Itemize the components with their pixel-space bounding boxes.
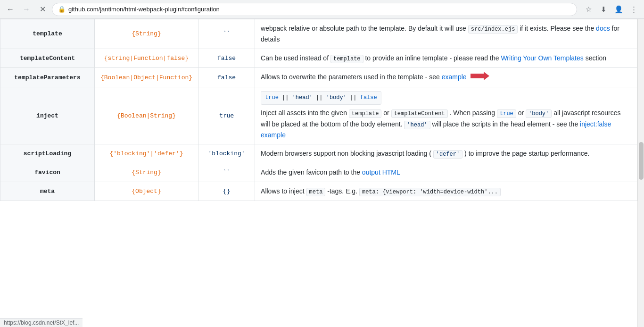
param-default: true	[219, 112, 234, 119]
svg-marker-0	[471, 72, 489, 80]
table-row: scriptLoading {'blocking'|'defer'} 'bloc…	[0, 144, 637, 163]
param-type: {Boolean|String}	[117, 112, 176, 119]
cell-default: ``	[198, 163, 255, 182]
code-op2: ||	[316, 94, 326, 101]
cell-name: scriptLoading	[0, 144, 95, 163]
param-name: favicon	[34, 169, 60, 176]
cell-default: 'blocking'	[198, 144, 255, 163]
writing-templates-link[interactable]: Writing Your Own Templates	[501, 54, 583, 62]
star-button[interactable]: ☆	[582, 3, 595, 16]
param-default: {}	[223, 188, 231, 195]
param-name: template	[33, 30, 62, 37]
cell-description: Modern browsers support non blocking jav…	[255, 144, 637, 163]
param-default: 'blocking'	[208, 150, 245, 157]
param-name: templateParameters	[14, 74, 80, 81]
reload-button[interactable]: ✕	[36, 3, 49, 16]
inline-code-head: 'head'	[404, 121, 430, 129]
cell-type: {'blocking'|'defer'}	[95, 144, 198, 163]
cell-description: webpack relative or absolute path to the…	[255, 19, 637, 49]
table-row: template {String} `` webpack relative or…	[0, 19, 637, 49]
cell-name: templateContent	[0, 49, 95, 67]
inline-code-defer: 'defer'	[433, 150, 462, 159]
cell-default: true	[198, 87, 255, 144]
cell-type: {String}	[95, 19, 198, 49]
cell-type: {String}	[95, 163, 198, 182]
param-name: templateContent	[20, 55, 75, 62]
table-row: templateContent {string|Function|false} …	[0, 49, 637, 67]
code-body: 'body'	[326, 94, 347, 101]
url-bar[interactable]: 🔒 github.com/jantimon/html-webpack-plugi…	[52, 3, 577, 16]
inline-code-templatecontent: templateContent	[391, 109, 448, 118]
cell-description: Can be used instead of template to provi…	[255, 49, 637, 67]
cell-name: template	[0, 19, 95, 49]
inject-false-link[interactable]: inject:false example	[261, 120, 611, 139]
param-name: scriptLoading	[24, 150, 71, 157]
status-bar: https://blog.csdn.net/StX_lef...	[0, 318, 83, 327]
cell-description: Allows to inject meta -tags. E.g. meta: …	[255, 182, 637, 201]
param-type: {string|Function|false}	[104, 55, 189, 62]
inline-code-meta-example: meta: {viewport: 'width=device-width'...	[359, 188, 501, 196]
cell-default: false	[198, 49, 255, 67]
cell-default: {}	[198, 182, 255, 201]
cell-type: {Boolean|Object|Function}	[95, 67, 198, 87]
inline-code-body: 'body'	[526, 109, 552, 118]
cell-name: favicon	[0, 163, 95, 182]
menu-button[interactable]: ⋮	[627, 3, 640, 16]
browser-actions: ☆ ⬇ 👤 ⋮	[582, 3, 640, 16]
example-link[interactable]: example	[442, 73, 467, 81]
param-type: {'blocking'|'defer'}	[110, 150, 183, 157]
cell-description: Allows to overwrite the parameters used …	[255, 67, 637, 87]
scrollbar-thumb[interactable]	[639, 142, 644, 180]
param-name: inject	[36, 112, 58, 119]
code-op: ||	[282, 94, 292, 101]
profile-button[interactable]: 👤	[612, 3, 625, 16]
scrollbar-track[interactable]	[637, 19, 644, 327]
cell-name: templateParameters	[0, 67, 95, 87]
cell-description: true || 'head' || 'body' || false Inject…	[255, 87, 637, 144]
docs-link[interactable]: docs	[596, 25, 610, 32]
cell-type: {Boolean|String}	[95, 87, 198, 144]
arrow-annotation	[471, 72, 489, 83]
param-type: {String}	[132, 30, 161, 37]
status-url: https://blog.csdn.net/StX_lef...	[4, 319, 79, 326]
inline-code-template: template	[349, 109, 382, 118]
browser-chrome: ← → ✕ 🔒 github.com/jantimon/html-webpack…	[0, 0, 644, 19]
code-op3: ||	[350, 94, 360, 101]
cell-type: {string|Function|false}	[95, 49, 198, 67]
cell-name: meta	[0, 182, 95, 201]
output-html-link[interactable]: output HTML	[362, 168, 400, 176]
inline-code: template	[330, 55, 363, 63]
config-table: template {String} `` webpack relative or…	[0, 19, 637, 201]
param-default: ``	[223, 169, 231, 176]
inline-code: src/index.ejs	[468, 25, 518, 34]
param-default: ``	[223, 30, 231, 37]
table-row: templateParameters {Boolean|Object|Funct…	[0, 67, 637, 87]
cell-name: inject	[0, 87, 95, 144]
code-head: 'head'	[292, 94, 313, 101]
cell-description: Adds the given favicon path to the outpu…	[255, 163, 637, 182]
param-type: {String}	[132, 169, 161, 176]
cell-default: false	[198, 67, 255, 87]
inline-code-meta: meta	[306, 188, 326, 196]
code-false: false	[360, 94, 377, 101]
cell-default: ``	[198, 19, 255, 49]
param-default: false	[217, 74, 236, 81]
inline-code-true: true	[497, 109, 516, 118]
main-content: template {String} `` webpack relative or…	[0, 19, 637, 327]
param-name: meta	[40, 188, 55, 195]
table-row: meta {Object} {} Allows to inject meta -…	[0, 182, 637, 201]
param-default: false	[217, 55, 236, 62]
download-button[interactable]: ⬇	[597, 3, 610, 16]
forward-button[interactable]: →	[20, 3, 33, 16]
cell-type: {Object}	[95, 182, 198, 201]
inject-code-block: true || 'head' || 'body' || false	[261, 91, 381, 105]
lock-icon: 🔒	[58, 6, 66, 13]
param-type: {Boolean|Object|Function}	[100, 74, 192, 81]
table-row: inject {Boolean|String} true true || 'he…	[0, 87, 637, 144]
param-type: {Object}	[132, 188, 161, 195]
page-wrapper: template {String} `` webpack relative or…	[0, 19, 644, 327]
table-row: favicon {String} `` Adds the given favic…	[0, 163, 637, 182]
back-button[interactable]: ←	[4, 3, 17, 16]
code-true: true	[265, 94, 279, 101]
url-text: github.com/jantimon/html-webpack-plugin#…	[68, 6, 220, 13]
